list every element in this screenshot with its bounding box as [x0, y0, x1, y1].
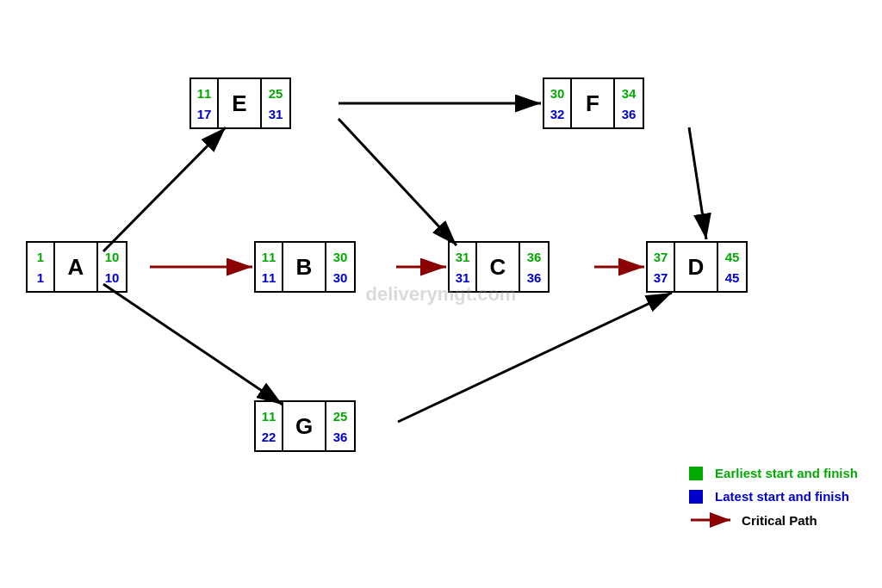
node-g-finish: 25 36 — [326, 402, 354, 450]
node-f-label: F — [572, 79, 615, 127]
node-g-es: 11 — [262, 409, 276, 424]
node-f-es: 30 — [550, 86, 565, 101]
node-b-es: 11 — [262, 250, 276, 264]
node-a-finish: 10 10 — [98, 243, 126, 291]
node-e-ef: 25 — [269, 86, 283, 101]
node-g-start: 11 22 — [256, 402, 283, 450]
node-a-lf: 10 — [105, 270, 120, 285]
arrow-f-d — [689, 127, 706, 239]
node-d-es: 37 — [654, 250, 668, 264]
node-a-ls: 1 — [37, 270, 44, 285]
legend-latest-text: Latest start and finish — [715, 489, 849, 504]
node-a-label: A — [55, 243, 98, 291]
node-b-label: B — [283, 243, 326, 291]
node-d-label: D — [675, 243, 718, 291]
node-c: 31 31 C 36 36 — [448, 241, 550, 293]
node-g-label: G — [283, 402, 326, 450]
node-c-ef: 36 — [527, 250, 542, 264]
legend-critical-arrow-svg — [689, 512, 736, 528]
legend: Earliest start and finish Latest start a… — [689, 466, 858, 536]
node-e-finish: 25 31 — [262, 79, 289, 127]
node-b-ef: 30 — [333, 250, 348, 264]
legend-blue-swatch — [689, 490, 703, 504]
legend-latest: Latest start and finish — [689, 489, 858, 504]
node-a-ef: 10 — [105, 250, 120, 264]
node-c-es: 31 — [456, 250, 470, 264]
node-b: 11 11 B 30 30 — [254, 241, 356, 293]
node-g-ls: 22 — [262, 430, 276, 444]
node-b-lf: 30 — [333, 270, 348, 285]
node-c-label: C — [477, 243, 520, 291]
legend-critical-text: Critical Path — [742, 513, 817, 528]
legend-green-swatch — [689, 467, 703, 480]
node-e-es: 11 — [197, 86, 212, 101]
node-d-finish: 45 45 — [718, 243, 746, 291]
node-d-lf: 45 — [725, 270, 740, 285]
node-c-finish: 36 36 — [520, 243, 548, 291]
node-a-es: 1 — [37, 250, 44, 264]
legend-critical: Critical Path — [689, 512, 858, 528]
node-e-start: 11 17 — [191, 79, 219, 127]
arrow-a-g — [103, 284, 283, 405]
legend-earliest-text: Earliest start and finish — [715, 466, 858, 480]
node-a: 1 1 A 10 10 — [26, 241, 127, 293]
node-d: 37 37 D 45 45 — [646, 241, 748, 293]
node-d-ls: 37 — [654, 270, 668, 285]
legend-earliest: Earliest start and finish — [689, 466, 858, 480]
node-g-lf: 36 — [333, 430, 348, 444]
node-b-ls: 11 — [262, 270, 276, 285]
node-g-ef: 25 — [333, 409, 348, 424]
node-c-start: 31 31 — [450, 243, 477, 291]
node-g: 11 22 G 25 36 — [254, 400, 356, 452]
node-e-label: E — [219, 79, 262, 127]
node-b-start: 11 11 — [256, 243, 283, 291]
node-f-finish: 34 36 — [615, 79, 643, 127]
node-f-start: 30 32 — [544, 79, 572, 127]
diagram-container: 1 1 A 10 10 11 11 B 30 30 31 31 C 36 36 — [0, 0, 882, 588]
node-f-ef: 34 — [622, 86, 637, 101]
node-e-ls: 17 — [197, 107, 212, 121]
node-e: 11 17 E 25 31 — [189, 77, 291, 129]
node-f-ls: 32 — [550, 107, 565, 121]
node-a-start: 1 1 — [28, 243, 55, 291]
arrow-e-c — [339, 119, 457, 245]
node-d-start: 37 37 — [648, 243, 675, 291]
node-d-ef: 45 — [725, 250, 740, 264]
arrow-a-e — [103, 127, 226, 251]
node-f-lf: 36 — [622, 107, 637, 121]
node-f: 30 32 F 34 36 — [543, 77, 644, 129]
arrow-g-d — [398, 293, 672, 422]
node-c-ls: 31 — [456, 270, 470, 285]
node-b-finish: 30 30 — [326, 243, 354, 291]
node-c-lf: 36 — [527, 270, 542, 285]
node-e-lf: 31 — [269, 107, 283, 121]
